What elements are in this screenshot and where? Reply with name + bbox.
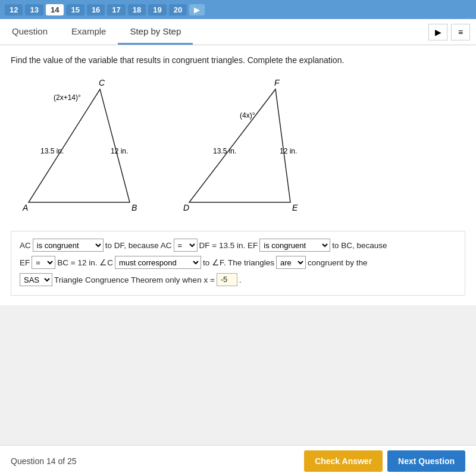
play-icon: ▶ bbox=[435, 27, 441, 37]
top-number-bar: 12 13 14 15 16 17 18 19 20 ▶ bbox=[0, 0, 476, 19]
congruent-by-text: congruent by the bbox=[308, 255, 368, 271]
next-question-button[interactable]: Next Question bbox=[387, 450, 465, 472]
tab-example[interactable]: Example bbox=[60, 19, 118, 45]
play-button[interactable]: ▶ bbox=[428, 24, 447, 40]
main-content: Find the value of the variable that resu… bbox=[0, 45, 476, 305]
to-bc-text: to BC, because bbox=[332, 237, 387, 253]
tab-bar: Question Example Step by Step ▶ ≡ bbox=[0, 19, 476, 45]
tab-question[interactable]: Question bbox=[0, 19, 60, 45]
num-17[interactable]: 17 bbox=[107, 4, 125, 15]
sas-select[interactable]: SAS SSS ASA AAS bbox=[20, 273, 52, 286]
num-16[interactable]: 16 bbox=[87, 4, 105, 15]
equals-select-2[interactable]: = ≠ < > bbox=[32, 256, 55, 269]
label-b: B bbox=[131, 203, 137, 212]
svg-marker-1 bbox=[189, 89, 290, 202]
label-f: F bbox=[274, 78, 280, 87]
is-congruent-select-1[interactable]: is congruent is not congruent bbox=[33, 239, 104, 252]
explanation-row-2: EF = ≠ < > BC = 12 in. ∠C must correspon… bbox=[20, 255, 456, 271]
ef-label: EF bbox=[20, 255, 30, 271]
num-13[interactable]: 13 bbox=[25, 4, 43, 15]
side-bc: 12 in. bbox=[111, 147, 128, 155]
explanation-row-1: AC is congruent is not congruent to DF, … bbox=[20, 237, 456, 253]
svg-marker-0 bbox=[29, 89, 130, 202]
ac-label: AC bbox=[20, 237, 31, 253]
period: . bbox=[239, 272, 242, 288]
label-c: C bbox=[99, 78, 105, 87]
menu-icon: ≡ bbox=[458, 27, 463, 37]
x-value: -5 bbox=[217, 273, 237, 286]
question-counter: Question 14 of 25 bbox=[11, 456, 77, 466]
bottom-buttons: Check Answer Next Question bbox=[304, 450, 465, 472]
question-text: Find the value of the variable that resu… bbox=[11, 55, 465, 67]
triangles-area: A B C (2x+14)° 13.5 in. 12 in. D E F bbox=[11, 77, 465, 217]
label-e: E bbox=[292, 203, 298, 212]
to-zf-text: to ∠F. The triangles bbox=[203, 255, 274, 271]
next-arrow[interactable]: ▶ bbox=[189, 4, 205, 15]
to-df-text: to DF, because AC bbox=[105, 237, 172, 253]
triangle-2: D E F (4x)° 13.5 in. 12 in. bbox=[183, 77, 308, 217]
tab-step-by-step[interactable]: Step by Step bbox=[118, 19, 193, 45]
side-df: 13.5 in. bbox=[213, 147, 236, 155]
menu-button[interactable]: ≡ bbox=[451, 24, 470, 40]
must-correspond-select[interactable]: must correspond does not correspond bbox=[115, 256, 201, 269]
num-18[interactable]: 18 bbox=[128, 4, 146, 15]
are-select[interactable]: are are not bbox=[276, 256, 306, 269]
num-20[interactable]: 20 bbox=[169, 4, 187, 15]
label-d: D bbox=[183, 203, 189, 212]
triangle-1: A B C (2x+14)° 13.5 in. 12 in. bbox=[23, 77, 148, 217]
label-a: A bbox=[22, 203, 28, 212]
side-ac: 13.5 in. bbox=[40, 147, 64, 155]
num-14-active[interactable]: 14 bbox=[46, 4, 64, 15]
check-answer-button[interactable]: Check Answer bbox=[304, 450, 383, 472]
num-19[interactable]: 19 bbox=[148, 4, 166, 15]
bottom-bar: Question 14 of 25 Check Answer Next Ques… bbox=[0, 445, 476, 476]
tab-icons: ▶ ≡ bbox=[428, 19, 476, 45]
answer-section: AC is congruent is not congruent to DF, … bbox=[11, 231, 465, 296]
bc-value-text: BC = 12 in. ∠C bbox=[57, 255, 113, 271]
is-congruent-select-2[interactable]: is congruent is not congruent bbox=[259, 239, 330, 252]
df-value-text: DF = 13.5 in. EF bbox=[199, 237, 258, 253]
angle-label-1: (2x+14)° bbox=[54, 93, 81, 102]
num-12[interactable]: 12 bbox=[5, 4, 23, 15]
theorem-text: Triangle Congruence Theorem only when x … bbox=[54, 272, 215, 288]
side-ef: 12 in. bbox=[280, 147, 297, 155]
angle-label-2: (4x)° bbox=[240, 111, 255, 120]
num-15[interactable]: 15 bbox=[66, 4, 84, 15]
explanation-row-3: SAS SSS ASA AAS Triangle Congruence Theo… bbox=[20, 272, 456, 288]
equals-select-1[interactable]: = ≠ < > bbox=[174, 239, 198, 252]
